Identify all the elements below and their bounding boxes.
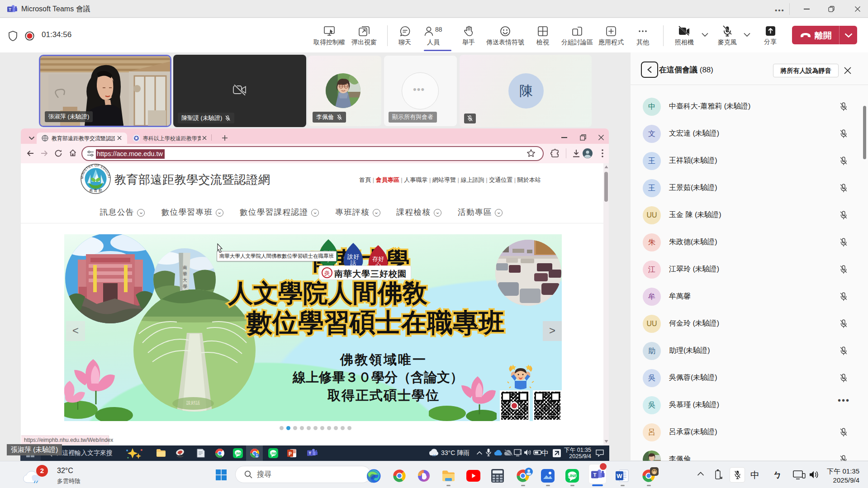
svg-text:T: T bbox=[9, 7, 11, 12]
svg-text:LINE: LINE bbox=[234, 452, 242, 455]
svg-text:教 育 部: 教 育 部 bbox=[89, 189, 102, 193]
svg-text:T: T bbox=[308, 451, 311, 455]
svg-text:炎: 炎 bbox=[324, 270, 330, 276]
svg-text:T: T bbox=[593, 472, 596, 478]
svg-text:南: 南 bbox=[183, 265, 187, 270]
svg-text:華: 華 bbox=[183, 271, 187, 276]
svg-text:LINE: LINE bbox=[567, 473, 577, 478]
svg-text:學: 學 bbox=[183, 284, 187, 289]
svg-text:W: W bbox=[617, 473, 622, 479]
svg-text:LINE: LINE bbox=[270, 452, 277, 455]
svg-text:話: 話 bbox=[350, 260, 356, 266]
svg-text:說好話: 說好話 bbox=[186, 400, 200, 405]
svg-text:說好: 說好 bbox=[347, 253, 359, 260]
svg-text:大: 大 bbox=[183, 278, 187, 283]
svg-text:存好: 存好 bbox=[372, 256, 384, 262]
svg-text:P: P bbox=[289, 451, 292, 456]
